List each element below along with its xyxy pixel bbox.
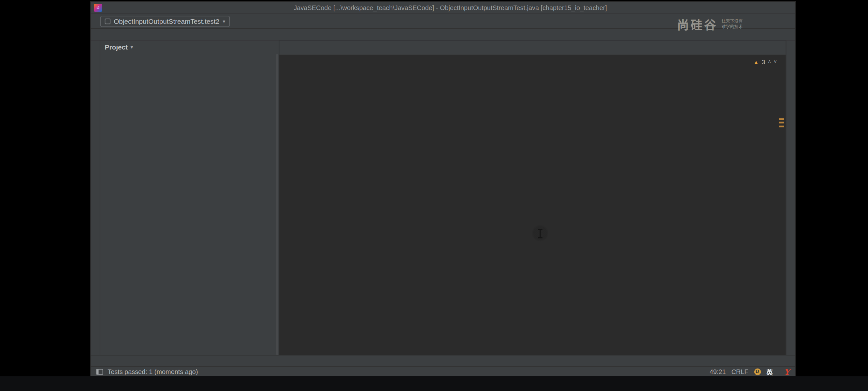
scrollbar-mark bbox=[779, 122, 784, 123]
right-tool-stripe bbox=[786, 40, 795, 355]
editor-tabs bbox=[279, 40, 785, 55]
code-editor[interactable]: ▲ 3 ˄ ˅ bbox=[279, 55, 785, 355]
title-bar: JavaSECode [...\workspace_teach\JavaSECo… bbox=[91, 2, 795, 14]
project-panel-header: Project ▾ bbox=[100, 40, 279, 54]
scrollbar-mark bbox=[779, 118, 784, 120]
intellij-logo-icon bbox=[94, 4, 102, 11]
warning-icon: ▲ bbox=[753, 59, 759, 65]
project-panel-title[interactable]: Project bbox=[105, 43, 128, 51]
run-configuration-select[interactable]: ObjectInputOutputStreamTest.test2 ▾ bbox=[100, 16, 230, 27]
main-toolbar: ObjectInputOutputStreamTest.test2 ▾ bbox=[91, 14, 795, 29]
run-configuration-value: ObjectInputOutputStreamTest.test2 bbox=[114, 17, 219, 25]
window-title: JavaSECode [...\workspace_teach\JavaSECo… bbox=[105, 4, 795, 11]
chevron-up-icon[interactable]: ˄ bbox=[768, 59, 771, 65]
left-tool-stripe bbox=[91, 40, 100, 355]
chevron-down-icon[interactable]: ▾ bbox=[131, 44, 133, 50]
status-bar: Tests passed: 1 (moments ago) 49:21 CRLF… bbox=[91, 366, 795, 376]
chevron-down-icon[interactable]: ˅ bbox=[774, 59, 777, 65]
run-configuration-icon bbox=[105, 18, 111, 24]
desktop-screen: JavaSECode [...\workspace_teach\JavaSECo… bbox=[0, 0, 868, 226]
atguigu-logo: Y bbox=[784, 367, 789, 376]
warning-count: 3 bbox=[762, 59, 765, 65]
intellij-window: JavaSECode [...\workspace_teach\JavaSECo… bbox=[91, 2, 795, 376]
project-tool-window: Project ▾ bbox=[100, 40, 280, 355]
project-tree bbox=[100, 54, 279, 355]
scrollbar-mark bbox=[779, 126, 784, 127]
chevron-down-icon: ▾ bbox=[223, 18, 225, 24]
toolwindows-toggle-icon[interactable] bbox=[96, 369, 103, 374]
status-message: Tests passed: 1 (moments ago) bbox=[107, 368, 198, 375]
breadcrumb bbox=[91, 29, 795, 40]
inspections-widget[interactable]: ▲ 3 ˄ ˅ bbox=[753, 59, 777, 65]
status-badge-icon: U bbox=[754, 368, 761, 375]
windows-taskbar bbox=[0, 376, 868, 391]
ime-indicator[interactable]: 英 bbox=[766, 367, 773, 376]
line-ending[interactable]: CRLF bbox=[732, 368, 748, 375]
caret-position[interactable]: 49:21 bbox=[710, 368, 726, 375]
tree-scrollbar[interactable] bbox=[276, 54, 278, 355]
tool-window-bar bbox=[91, 355, 795, 366]
